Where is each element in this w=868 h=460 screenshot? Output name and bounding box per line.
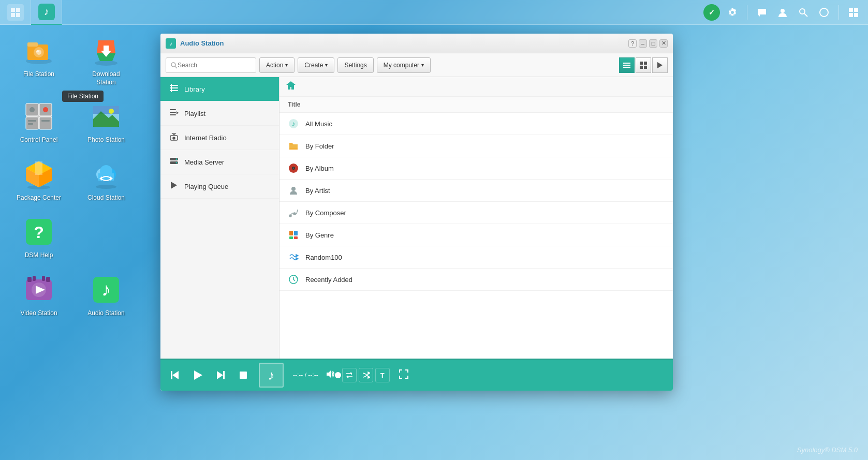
package-center-label: Package Center — [17, 194, 61, 202]
desktop-icon-cloud-station[interactable]: Cloud Station — [78, 154, 135, 206]
window-titlebar: ♪ Audio Station ? – □ ✕ — [160, 34, 673, 53]
window-controls: ? – □ ✕ — [628, 39, 668, 48]
search-input[interactable] — [178, 62, 250, 69]
sidebar-item-internet-radio[interactable]: Internet Radio — [160, 126, 279, 150]
home-button[interactable] — [286, 80, 296, 93]
by-genre-icon — [288, 229, 299, 241]
svg-rect-96 — [294, 236, 298, 239]
row-by-folder[interactable]: By Folder — [279, 135, 673, 157]
svg-rect-54 — [27, 277, 32, 282]
action-button[interactable]: Action ▾ — [259, 57, 295, 73]
notifications-icon[interactable]: ✓ — [703, 4, 720, 21]
tooltip: File Station — [62, 91, 104, 102]
row-recently-added[interactable]: Recently Added — [279, 269, 673, 291]
cover-icon — [656, 61, 664, 69]
shuffle-button[interactable] — [359, 368, 373, 382]
prev-button[interactable] — [166, 366, 184, 384]
svg-line-6 — [804, 13, 807, 17]
svg-marker-106 — [327, 370, 331, 378]
view-grid-button[interactable] — [636, 57, 651, 73]
desktop-icon-package-center[interactable]: Package Center — [10, 154, 67, 206]
row-by-album[interactable]: By Album — [279, 157, 673, 180]
my-computer-button[interactable]: My computer ▾ — [377, 57, 431, 73]
window-title: Audio Station — [180, 39, 224, 47]
svg-point-4 — [781, 9, 785, 13]
taskbar-audio-station[interactable]: ♪ — [31, 0, 62, 25]
gear-icon[interactable] — [724, 4, 741, 21]
row-random100[interactable]: Random100 — [279, 246, 673, 269]
svg-rect-11 — [854, 13, 858, 17]
desktop-icon-dsm-help[interactable]: ? DSM Help — [10, 211, 67, 264]
svg-point-5 — [800, 9, 805, 14]
sidebar-item-playlist[interactable]: Playlist — [160, 101, 279, 126]
fullscreen-icon — [398, 368, 409, 380]
taskbar-left: ♪ — [0, 0, 62, 24]
svg-line-61 — [175, 66, 177, 68]
settings-button[interactable]: Settings — [337, 57, 373, 73]
view-cover-button[interactable] — [652, 57, 668, 73]
volume-icon[interactable] — [326, 369, 335, 381]
desktop-icon-control-panel[interactable]: Control Panel — [10, 96, 67, 149]
row-by-artist[interactable]: By Artist — [279, 180, 673, 202]
row-all-music[interactable]: ♪ All Music — [279, 113, 673, 135]
svg-point-27 — [30, 107, 35, 112]
stop-button[interactable] — [234, 366, 253, 384]
maximize-button[interactable]: □ — [649, 39, 657, 48]
list-icon — [623, 61, 631, 69]
svg-rect-14 — [27, 42, 38, 47]
svg-rect-1 — [16, 8, 20, 12]
desktop-icon-file-station[interactable]: File Station — [10, 30, 67, 91]
search-icon[interactable] — [795, 4, 812, 21]
row-by-composer[interactable]: By Composer — [279, 202, 673, 224]
app-switcher-icon — [7, 4, 24, 21]
repeat-button[interactable] — [342, 368, 357, 382]
next-button[interactable] — [211, 366, 230, 384]
fullscreen-button[interactable] — [398, 368, 409, 382]
taskbar-app-switcher[interactable] — [0, 0, 31, 25]
svg-rect-9 — [854, 8, 858, 12]
file-station-label: File Station — [23, 70, 54, 79]
desktop-icon-audio-station-desktop[interactable]: ♪ Audio Station — [78, 269, 135, 322]
file-station-icon — [22, 34, 55, 67]
layout-icon[interactable] — [845, 4, 862, 21]
sidebar: Library Playlist — [160, 77, 279, 359]
audio-station-window: ♪ Audio Station ? – □ ✕ — [160, 34, 673, 391]
svg-rect-105 — [240, 372, 247, 379]
titlebar-left: ♪ Audio Station — [166, 38, 224, 49]
desktop-icon-photo-station[interactable]: Photo Station — [78, 96, 135, 149]
row-by-genre[interactable]: By Genre — [279, 224, 673, 246]
sidebar-item-library[interactable]: Library — [160, 77, 279, 101]
desktop-icon-download-station[interactable]: Download Station — [78, 30, 135, 91]
svg-marker-97 — [296, 255, 298, 257]
options-icon[interactable] — [816, 4, 832, 21]
content-table-header: Title — [279, 97, 673, 113]
close-button[interactable]: ✕ — [659, 39, 668, 48]
window-app-icon: ♪ — [166, 38, 176, 49]
cloud-station-label: Cloud Station — [87, 194, 125, 202]
svg-point-18 — [95, 61, 117, 66]
svg-rect-0 — [11, 8, 15, 12]
chat-icon[interactable] — [754, 4, 770, 21]
window-body: Library Playlist — [160, 77, 673, 359]
svg-point-90 — [291, 187, 296, 191]
minimize-button[interactable]: – — [639, 39, 647, 48]
audio-station-desktop-label: Audio Station — [87, 309, 124, 318]
svg-point-17 — [36, 50, 39, 52]
play-button[interactable] — [188, 366, 207, 384]
svg-marker-100 — [172, 371, 179, 379]
search-box[interactable] — [166, 57, 256, 73]
desktop-icon-video-station[interactable]: Video Station — [10, 269, 67, 322]
svg-point-82 — [176, 158, 178, 160]
sidebar-item-media-server[interactable]: Media Server — [160, 150, 279, 174]
svg-rect-2 — [11, 13, 15, 17]
search-icon — [170, 62, 178, 69]
create-button[interactable]: Create ▾ — [298, 57, 334, 73]
sidebar-item-playing-queue[interactable]: Playing Queue — [160, 174, 279, 199]
svg-rect-95 — [289, 236, 293, 239]
player-time: --:-- / --:-- — [293, 372, 318, 379]
by-album-icon — [288, 162, 299, 174]
lyrics-button[interactable]: T — [375, 368, 390, 382]
user-icon[interactable] — [774, 4, 791, 21]
view-list-button[interactable] — [619, 57, 635, 73]
help-button[interactable]: ? — [628, 39, 637, 48]
